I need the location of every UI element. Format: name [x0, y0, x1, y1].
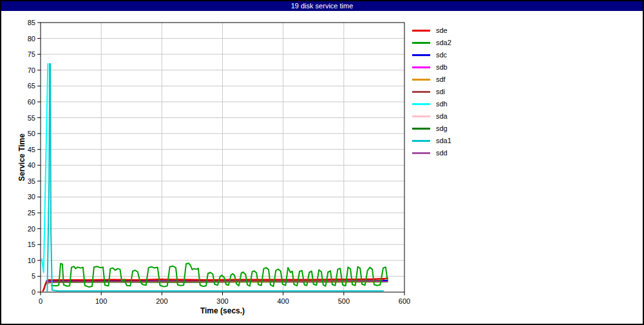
legend-item-sdi[interactable]: sdi [412, 86, 489, 98]
legend-swatch-icon [412, 140, 430, 142]
legend-label: sdd [436, 147, 448, 159]
legend-swatch-icon [412, 152, 430, 154]
y-tick-label: 60 [28, 98, 35, 106]
legend-item-sdd[interactable]: sdd [412, 147, 489, 159]
legend-item-sdb[interactable]: sdb [412, 61, 489, 74]
y-tick-label: 5 [32, 272, 35, 280]
legend-swatch-icon [412, 91, 430, 93]
x-tick-label: 300 [216, 297, 228, 305]
y-tick-label: 55 [28, 114, 35, 122]
legend-label: sda1 [436, 135, 451, 147]
legend-item-sda2[interactable]: sda2 [412, 37, 489, 49]
legend-item-sda[interactable]: sda [412, 110, 489, 123]
y-tick-label: 80 [28, 35, 35, 43]
y-tick-label: 10 [28, 257, 35, 264]
legend-swatch-icon [412, 128, 430, 130]
y-tick-label: 45 [28, 146, 35, 153]
y-tick-label: 70 [28, 66, 35, 74]
legend-label: sdf [436, 74, 446, 86]
legend-item-sde[interactable]: sde [412, 25, 489, 37]
legend-item-sdc[interactable]: sdc [412, 49, 489, 61]
legend-label: sdh [436, 98, 448, 110]
legend-item-sdh[interactable]: sdh [412, 98, 489, 110]
series-line-sdh [42, 64, 48, 273]
legend-label: sda [436, 110, 448, 123]
x-tick-label: 200 [156, 297, 167, 305]
legend-item-sdf[interactable]: sdf [412, 74, 489, 86]
legend-swatch-icon [412, 115, 430, 117]
y-tick-label: 75 [28, 50, 35, 58]
app-window: 19 disk service time 0510152025303540455… [0, 0, 644, 325]
legend-item-sda1[interactable]: sda1 [412, 135, 489, 147]
legend-swatch-icon [412, 103, 430, 105]
legend-swatch-icon [412, 30, 430, 32]
legend-label: sdi [436, 86, 445, 98]
legend-item-sdg[interactable]: sdg [412, 123, 489, 135]
legend-swatch-icon [412, 79, 430, 81]
legend-label: sdc [436, 49, 447, 61]
chart-legend: sdesda2sdcsdbsdfsdisdhsdasdgsda1sdd [412, 25, 489, 159]
y-tick-label: 85 [28, 19, 35, 26]
series-line-sda1 [47, 64, 383, 291]
y-tick-label: 30 [28, 193, 35, 201]
x-tick-label: 0 [39, 297, 43, 305]
legend-swatch-icon [412, 66, 430, 68]
legend-label: sdg [436, 123, 448, 135]
legend-label: sdb [436, 61, 448, 74]
x-axis-label: Time (secs.) [200, 306, 245, 315]
y-tick-label: 35 [28, 177, 35, 185]
y-tick-label: 25 [28, 209, 35, 217]
x-tick-label: 600 [399, 297, 410, 305]
y-axis-label: Service Time [17, 133, 26, 181]
legend-label: sda2 [436, 37, 451, 49]
y-tick-label: 15 [28, 241, 35, 248]
y-tick-label: 50 [28, 130, 35, 137]
legend-swatch-icon [412, 54, 430, 56]
y-tick-label: 0 [32, 288, 35, 296]
x-tick-label: 100 [95, 297, 107, 305]
chart-plot: 0510152025303540455055606570758085010020… [1, 1, 643, 324]
series-line-sda2 [52, 263, 388, 287]
legend-swatch-icon [412, 42, 430, 44]
y-tick-label: 20 [28, 225, 35, 233]
x-tick-label: 500 [338, 297, 350, 305]
y-tick-label: 65 [28, 82, 35, 90]
legend-label: sde [436, 25, 448, 37]
y-tick-label: 40 [28, 161, 35, 169]
x-tick-label: 400 [277, 297, 289, 305]
